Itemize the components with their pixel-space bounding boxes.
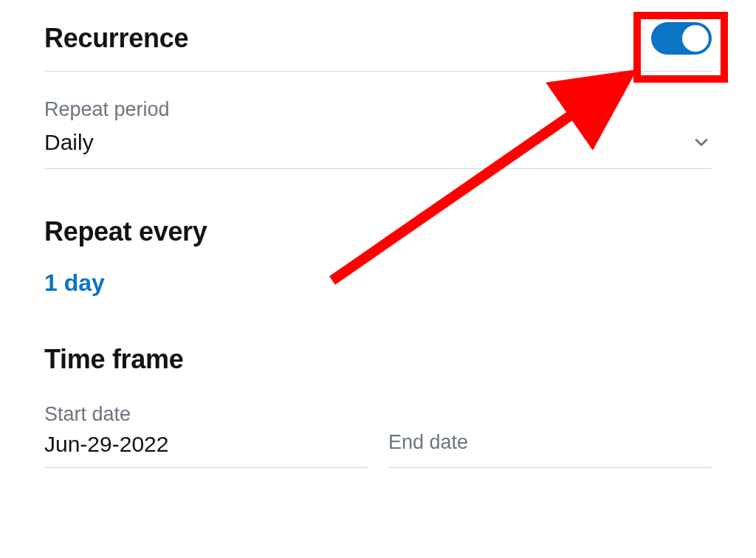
end-date-label: End date <box>388 431 712 454</box>
repeat-every-value[interactable]: 1 day <box>44 269 105 297</box>
toggle-knob <box>682 25 709 52</box>
chevron-down-icon <box>691 132 712 153</box>
repeat-period-label: Repeat period <box>44 98 712 121</box>
recurrence-title: Recurrence <box>44 23 188 54</box>
time-frame-heading: Time frame <box>44 344 712 375</box>
repeat-period-value: Daily <box>44 130 94 155</box>
recurrence-toggle[interactable] <box>651 22 712 55</box>
repeat-period-select[interactable]: Daily <box>44 121 712 169</box>
start-date-label: Start date <box>44 403 368 426</box>
start-date-field[interactable]: Start date Jun-29-2022 <box>44 403 368 468</box>
start-date-value: Jun-29-2022 <box>44 432 368 457</box>
repeat-every-heading: Repeat every <box>44 216 712 247</box>
end-date-field[interactable]: End date <box>388 403 712 468</box>
